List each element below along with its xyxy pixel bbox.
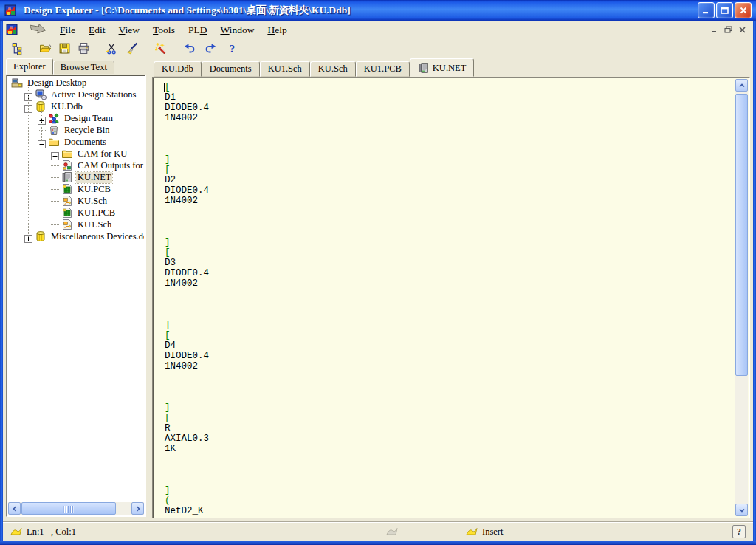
sch-icon xyxy=(61,195,73,207)
editor-line: 1N4002 xyxy=(165,113,735,123)
editor-vertical-scrollbar[interactable] xyxy=(735,79,748,516)
mdi-restore-button[interactable] xyxy=(722,24,735,35)
scroll-down-arrow-icon[interactable] xyxy=(735,504,748,516)
clear-button[interactable] xyxy=(124,40,140,56)
tree-item-label: Documents xyxy=(63,137,108,148)
pcb-icon xyxy=(61,207,73,219)
text-editor[interactable]: [D1DIODE0.41N4002 ][D2DIODE0.41N4002 ][D… xyxy=(154,79,735,516)
menu-window[interactable]: Window xyxy=(213,23,261,37)
document-tab-label: KU1.PCB xyxy=(364,64,402,75)
tree-item-label: Miscellaneous Devices.ddb xyxy=(49,231,144,242)
cam-icon xyxy=(61,160,73,171)
window-border xyxy=(753,21,756,545)
editor-line: D4 xyxy=(165,340,735,351)
tree-item-label: Design Desktop xyxy=(26,78,88,89)
explorer-toggle-button[interactable] xyxy=(9,40,25,56)
scroll-left-arrow-icon[interactable] xyxy=(8,502,21,515)
status-flag-icon xyxy=(10,527,22,536)
status-flag-gray-icon xyxy=(386,527,398,536)
desktop-icon xyxy=(11,77,23,89)
undo-button[interactable] xyxy=(181,40,197,56)
tree-item-label: KU.Sch xyxy=(76,196,109,207)
mdi-buttons xyxy=(707,24,749,35)
status-line-col: Ln:1 , Col:1 xyxy=(27,527,76,538)
tree-item-label: KU.Ddb xyxy=(49,101,84,112)
tree-container: Design DesktopActive Design StationsKU.D… xyxy=(6,75,146,517)
menu-edit[interactable]: Edit xyxy=(82,23,112,37)
tab-browse-text[interactable]: Browse Text xyxy=(53,61,114,75)
editor-line xyxy=(165,371,735,382)
open-document-button[interactable] xyxy=(37,40,53,56)
cut-button[interactable] xyxy=(103,40,120,56)
editor-line xyxy=(165,206,735,216)
workstation-icon xyxy=(35,89,47,100)
maximize-button[interactable] xyxy=(716,2,733,18)
close-button[interactable] xyxy=(735,2,752,18)
help-icon: ? xyxy=(226,42,238,55)
editor-line: [ xyxy=(165,330,735,340)
editor-line: [ xyxy=(165,82,735,92)
menu-help[interactable]: Help xyxy=(261,23,293,37)
scrollbar-thumb[interactable] xyxy=(21,502,116,515)
editor-line xyxy=(165,392,735,402)
editor-line: D1 xyxy=(165,92,735,103)
editor-line: D2 xyxy=(165,175,735,185)
menu-file[interactable]: File xyxy=(53,23,82,37)
editor-line: 1N4002 xyxy=(165,196,735,206)
cut-icon xyxy=(106,42,118,55)
scrollbar-thumb[interactable] xyxy=(735,94,748,376)
editor-line: DIODE0.4 xyxy=(165,351,735,361)
minimize-button[interactable] xyxy=(698,2,715,18)
team-icon xyxy=(48,112,60,124)
document-tab-documents[interactable]: Documents xyxy=(202,61,260,77)
editor-line xyxy=(165,134,735,144)
redo-button[interactable] xyxy=(202,40,219,56)
editor-line: DIODE0.4 xyxy=(165,268,735,278)
menu-view[interactable]: View xyxy=(112,23,146,37)
document-tab-ku-ddb[interactable]: KU.Ddb xyxy=(154,61,202,77)
document-tab-ku1-sch[interactable]: KU1.Sch xyxy=(260,61,310,77)
mdi-minimize-button[interactable] xyxy=(708,24,721,35)
save-button[interactable] xyxy=(56,40,72,56)
tree-horizontal-scrollbar[interactable] xyxy=(8,502,144,515)
editor-line: ( xyxy=(165,496,735,506)
editor-line: ] xyxy=(165,320,735,330)
wizard-button[interactable] xyxy=(152,40,168,56)
scroll-up-arrow-icon[interactable] xyxy=(735,79,748,92)
editor-line: 1N4002 xyxy=(165,361,735,371)
editor-line: ] xyxy=(165,485,735,496)
document-tab-label: KU1.Sch xyxy=(268,64,302,75)
context-help-icon[interactable]: ? xyxy=(732,525,746,538)
tree-guide xyxy=(55,145,55,224)
window-border xyxy=(0,541,756,545)
editor-line xyxy=(165,123,735,134)
design-desktop-arrow-icon[interactable] xyxy=(28,23,47,37)
editor-line: D3 xyxy=(165,258,735,268)
svg-text:?: ? xyxy=(229,42,234,54)
editor-container: [D1DIODE0.41N4002 ][D2DIODE0.41N4002 ][D… xyxy=(152,77,750,518)
editor-line: DIODE0.4 xyxy=(165,103,735,113)
help-button[interactable]: ? xyxy=(224,40,240,56)
editor-line xyxy=(165,309,735,320)
tree-guide xyxy=(28,86,29,236)
document-tab-ku1-pcb[interactable]: KU1.PCB xyxy=(356,61,410,77)
tab-explorer[interactable]: Explorer xyxy=(6,58,53,75)
design-tree[interactable]: Design DesktopActive Design StationsKU.D… xyxy=(8,77,144,501)
protel-logo-icon xyxy=(6,24,18,35)
editor-line: DIODE0.4 xyxy=(165,185,735,196)
tree-item-label: KU1.Sch xyxy=(76,219,113,230)
explorer-toggle-icon xyxy=(11,42,24,55)
document-tab-ku-sch[interactable]: KU.Sch xyxy=(310,61,356,77)
menu-tools[interactable]: Tools xyxy=(146,23,182,37)
scroll-right-arrow-icon[interactable] xyxy=(131,502,144,515)
menu-pld[interactable]: PLD xyxy=(182,23,214,37)
print-button[interactable] xyxy=(75,40,92,56)
open-document-icon xyxy=(39,42,52,55)
document-tab-ku-net[interactable]: KU.NET xyxy=(410,58,474,77)
editor-line xyxy=(165,454,735,465)
document-tabs: KU.DdbDocumentsKU1.SchKU.SchKU1.PCBKU.NE… xyxy=(154,59,474,77)
document-tab-label: KU.Sch xyxy=(318,64,348,75)
print-icon xyxy=(78,42,90,55)
mdi-close-button[interactable] xyxy=(736,24,749,35)
redo-icon xyxy=(205,42,217,55)
